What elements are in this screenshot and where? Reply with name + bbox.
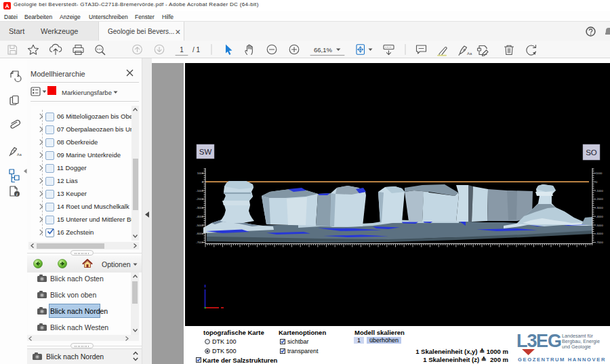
svg-text:-5000: -5000 xyxy=(596,224,603,227)
svg-text:-6000: -6000 xyxy=(596,232,603,235)
svg-text:Aa: Aa xyxy=(17,153,22,157)
svg-text:-3000: -3000 xyxy=(596,206,603,209)
svg-text:1000: 1000 xyxy=(596,171,603,175)
svg-text:Aa: Aa xyxy=(467,52,472,56)
svg-text:-2000: -2000 xyxy=(196,197,203,201)
svg-text:-1000: -1000 xyxy=(196,189,203,193)
svg-text:-1000: -1000 xyxy=(596,189,603,193)
svg-text:i: i xyxy=(16,192,18,197)
svg-text:-6000: -6000 xyxy=(196,232,203,235)
svg-text:-3000: -3000 xyxy=(196,206,203,209)
svg-text:SW: SW xyxy=(199,148,212,156)
svg-text:-7000: -7000 xyxy=(196,241,203,244)
svg-text:-4000: -4000 xyxy=(196,215,203,218)
svg-text:1: 1 xyxy=(180,46,184,54)
svg-text:66,1%: 66,1% xyxy=(314,46,332,54)
svg-text:0: 0 xyxy=(596,180,598,184)
svg-text:-2000: -2000 xyxy=(596,197,603,201)
svg-text:/ 1: / 1 xyxy=(192,46,201,54)
svg-text:-4000: -4000 xyxy=(596,215,603,218)
svg-text:1000: 1000 xyxy=(197,171,204,175)
svg-text:SO: SO xyxy=(586,148,597,157)
svg-text:-7000: -7000 xyxy=(596,241,603,244)
svg-text:-5000: -5000 xyxy=(196,224,203,227)
